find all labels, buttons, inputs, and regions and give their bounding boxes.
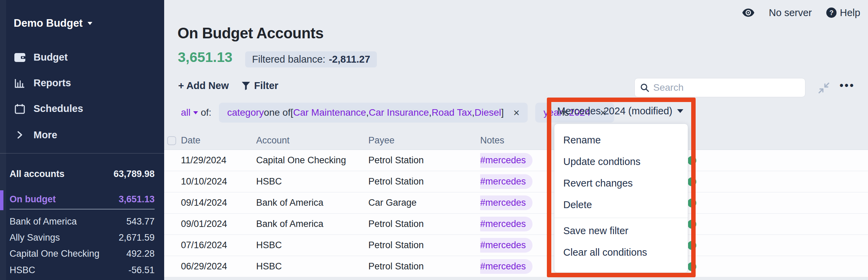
sidebar-item-account[interactable]: HSBC -56.51: [10, 264, 155, 277]
filter-match-dropdown[interactable]: allof:: [181, 107, 211, 118]
topbar: No server ? Help: [742, 5, 860, 21]
saved-filter-name: Mercedes 2024 (modified): [557, 105, 672, 117]
budget-file-name: Demo Budget: [14, 17, 83, 29]
note-tag: #mercedes: [480, 153, 532, 168]
search-box[interactable]: [634, 78, 805, 97]
sidebar-item-reports[interactable]: Reports: [0, 70, 164, 96]
caret-down-icon: [88, 22, 92, 25]
account-total-balance[interactable]: 3,651.13: [178, 49, 233, 65]
sidebar-item-more[interactable]: More: [0, 122, 164, 148]
column-header-payee[interactable]: Payee: [368, 135, 480, 146]
sidebar-item-label: Schedules: [34, 103, 83, 114]
calendar-icon: [14, 104, 26, 114]
account-name: Ally Savings: [10, 232, 60, 243]
budget-file-selector[interactable]: Demo Budget: [14, 17, 92, 29]
account-name: Capital One Checking: [10, 249, 100, 259]
sidebar-item-account[interactable]: Capital One Checking 492.28: [10, 247, 155, 260]
cleared-status-icon[interactable]: [687, 199, 696, 207]
sidebar-item-budget[interactable]: Budget: [0, 44, 164, 70]
cell-account: Capital One Checking: [256, 155, 368, 166]
sidebar-item-schedules[interactable]: Schedules: [0, 96, 164, 122]
account-balance: -56.51: [128, 265, 155, 276]
cell-account: HSBC: [256, 176, 368, 187]
filtered-balance-badge: Filtered balance: -2,811.27: [245, 51, 377, 67]
filter-condition-category[interactable]: category one of [Car Maintenance, Car In…: [219, 103, 528, 123]
cell-date: 07/16/2024: [181, 240, 256, 251]
column-header-account[interactable]: Account: [256, 135, 368, 146]
svg-text:?: ?: [829, 9, 833, 16]
condition-field: category: [227, 107, 264, 118]
remove-condition-icon[interactable]: ×: [513, 107, 520, 118]
page-title: On Budget Accounts: [177, 25, 324, 42]
cleared-status-icon[interactable]: [687, 220, 696, 229]
menu-item-revert-changes[interactable]: Revert changes: [554, 173, 688, 194]
cell-account: HSBC: [256, 261, 368, 272]
sidebar-item-account[interactable]: Bank of America 543.77: [10, 215, 155, 228]
active-item-indicator: [0, 190, 3, 210]
cleared-status-icon[interactable]: [687, 156, 696, 165]
more-options-button[interactable]: •••: [840, 79, 855, 92]
sidebar-item-all-accounts[interactable]: All accounts 63,789.98: [10, 167, 155, 180]
cell-account: Bank of America: [256, 219, 368, 229]
cleared-status-icon[interactable]: [687, 241, 696, 250]
search-icon: [640, 83, 649, 92]
bracket: [: [290, 107, 293, 118]
select-all-checkbox[interactable]: [167, 136, 176, 145]
table-row[interactable]: 10/10/2024 HSBC Petrol Station #mercedes…: [164, 171, 868, 192]
menu-item-update-conditions[interactable]: Update condtions: [554, 151, 688, 173]
sidebar-item-on-budget[interactable]: On budget 3,651.13: [10, 193, 155, 206]
search-input[interactable]: [653, 82, 800, 93]
account-balance: 543.77: [126, 216, 155, 227]
cell-payee: Petrol Station: [368, 155, 480, 166]
table-row[interactable]: 07/16/2024 HSBC Petrol Station #mercedes…: [164, 235, 868, 256]
menu-item-rename[interactable]: Rename: [554, 129, 688, 151]
account-balance: 492.28: [126, 249, 155, 259]
table-row[interactable]: 11/29/2024 Capital One Checking Petrol S…: [164, 150, 868, 171]
on-budget-label: On budget: [10, 194, 56, 205]
cell-payee: Petrol Station: [368, 176, 480, 187]
all-accounts-label: All accounts: [10, 169, 65, 179]
account-name: HSBC: [10, 265, 35, 276]
help-button[interactable]: ? Help: [826, 7, 860, 18]
menu-divider: [554, 218, 688, 218]
account-balance: 2,671.59: [119, 232, 155, 243]
separator: ,: [366, 107, 369, 118]
chevron-right-icon: [14, 131, 26, 139]
separator: ,: [429, 107, 432, 118]
funnel-icon: [242, 82, 250, 90]
note-tag: #mercedes: [480, 238, 532, 253]
collapse-transactions-button[interactable]: [817, 81, 830, 94]
cleared-status-icon[interactable]: [687, 177, 696, 186]
question-icon: ?: [826, 8, 837, 18]
filter-button[interactable]: Filter: [242, 80, 278, 91]
privacy-eye-button[interactable]: [742, 9, 754, 17]
sidebar-item-account[interactable]: Ally Savings 2,671.59: [10, 231, 155, 244]
bar-chart-icon: [14, 78, 26, 88]
condition-op: one of: [264, 107, 291, 118]
add-new-button[interactable]: + Add New: [178, 80, 229, 91]
cleared-status-icon[interactable]: [687, 262, 696, 271]
transactions-table: Date Account Payee Notes Category 11/29/…: [164, 131, 868, 277]
table-row[interactable]: 06/29/2024 HSBC Petrol Station #mercedes…: [164, 256, 868, 277]
all-accounts-balance: 63,789.98: [114, 169, 155, 179]
sidebar: Demo Budget Budget Reports Schedules: [0, 0, 164, 280]
note-tag: #mercedes: [480, 195, 532, 210]
sidebar-item-label: Budget: [34, 52, 68, 63]
separator: ,: [472, 107, 475, 118]
saved-filter-menu: Rename Update condtions Revert changes D…: [554, 124, 688, 273]
cell-payee: Petrol Station: [368, 219, 480, 229]
table-row[interactable]: 09/01/2024 Bank of America Petrol Statio…: [164, 214, 868, 235]
wallet-icon: [14, 53, 26, 62]
menu-item-delete[interactable]: Delete: [554, 194, 688, 216]
menu-item-clear-all-conditions[interactable]: Clear all conditions: [554, 242, 688, 263]
menu-item-save-new-filter[interactable]: Save new filter: [554, 220, 688, 242]
saved-filter-dropdown[interactable]: Mercedes 2024 (modified): [547, 105, 683, 117]
sidebar-divider: [0, 153, 164, 154]
server-status-button[interactable]: No server: [769, 7, 812, 18]
column-header-date[interactable]: Date: [181, 135, 256, 146]
filtered-balance-value: -2,811.27: [329, 54, 370, 65]
cell-payee: Car Garage: [368, 198, 480, 208]
app-window: Demo Budget Budget Reports Schedules: [0, 0, 868, 280]
table-row[interactable]: 09/14/2024 Bank of America Car Garage #m…: [164, 192, 868, 214]
cell-date: 06/29/2024: [181, 261, 256, 272]
